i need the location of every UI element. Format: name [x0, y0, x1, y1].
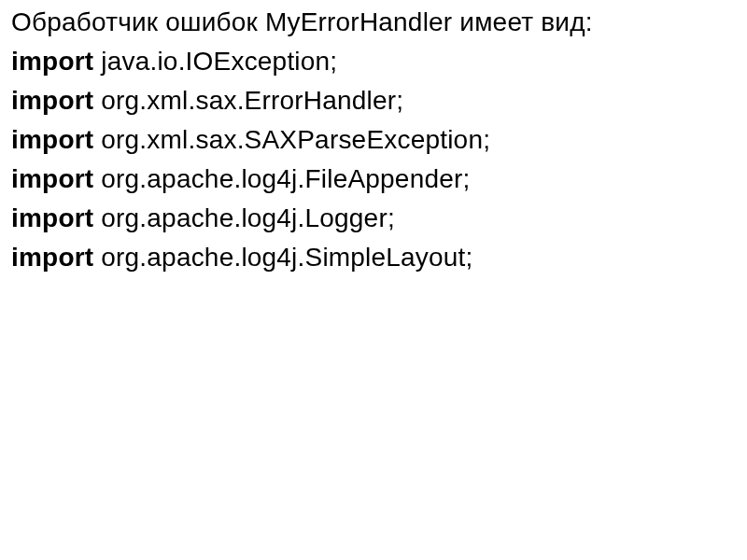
code-line: import org.apache.log4j.SimpleLayout; [11, 243, 736, 273]
code-rest: org.xml.sax.ErrorHandler; [93, 86, 403, 115]
keyword: import [11, 125, 93, 154]
keyword: import [11, 86, 93, 115]
code-line: import org.apache.log4j.Logger; [11, 203, 736, 233]
page-title: Обработчик ошибок MyErrorHandler имеет в… [11, 7, 736, 37]
keyword: import [11, 203, 93, 232]
code-line: import org.apache.log4j.FileAppender; [11, 164, 736, 194]
code-line: import org.xml.sax.ErrorHandler; [11, 86, 736, 116]
code-line: import org.xml.sax.SAXParseException; [11, 125, 736, 155]
code-rest: org.apache.log4j.SimpleLayout; [93, 243, 472, 272]
code-rest: org.xml.sax.SAXParseException; [93, 125, 490, 154]
keyword: import [11, 164, 93, 193]
keyword: import [11, 243, 93, 272]
code-rest: org.apache.log4j.Logger; [93, 203, 395, 232]
code-rest: org.apache.log4j.FileAppender; [93, 164, 470, 193]
code-rest: java.io.IOException; [93, 47, 337, 76]
keyword: import [11, 47, 93, 76]
code-line: import java.io.IOException; [11, 47, 736, 77]
